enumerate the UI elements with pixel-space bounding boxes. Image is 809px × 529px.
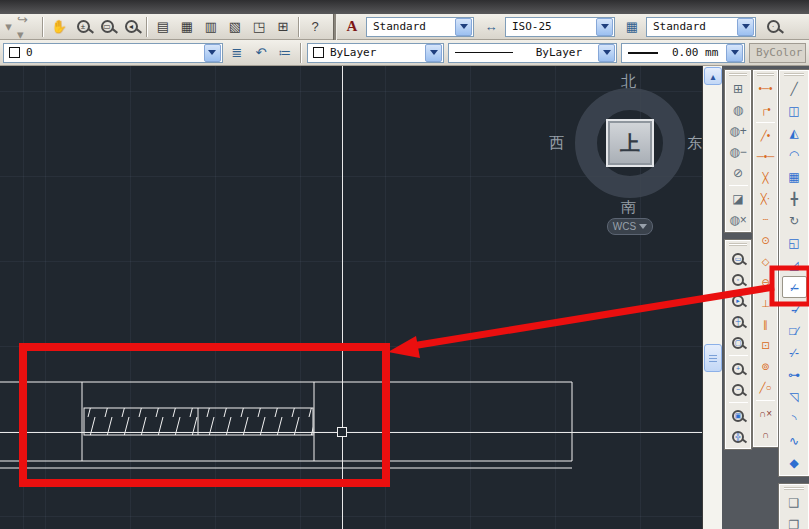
zoom-object-button[interactable]: ▢ (728, 332, 749, 353)
break-at-point-button[interactable]: □∕ (782, 320, 807, 342)
properties-palette-button[interactable]: ▤ (152, 16, 174, 38)
scale-button[interactable]: ◱ (782, 232, 807, 254)
zoom-center-button[interactable]: ┼ (728, 311, 749, 332)
isometric-view-button[interactable]: ◪ (728, 188, 749, 209)
break-button[interactable]: -∕- (782, 342, 807, 364)
chevron-down-icon[interactable] (425, 44, 442, 62)
zoom-all-button[interactable]: ▣ (728, 405, 749, 426)
chevron-down-icon[interactable] (204, 44, 221, 62)
help-button[interactable]: ? (304, 16, 326, 38)
snap-endpoint-button[interactable]: ╱• (755, 125, 776, 146)
delete-views-button[interactable]: ◍× (728, 209, 749, 230)
zoom-in-button[interactable]: + (728, 358, 749, 379)
tool-palettes-button[interactable]: ▥ (200, 16, 222, 38)
quickcalc-button[interactable]: ⊞ (272, 16, 294, 38)
snap-apparent-intersection-button[interactable]: ╳· (755, 188, 776, 209)
layer-previous-button[interactable]: ↶ (250, 42, 272, 64)
snap-insert-icon: ⊡ (761, 340, 769, 351)
bring-to-front-button[interactable]: ❑ (782, 492, 807, 514)
snap-center-button[interactable]: ⊙ (755, 230, 776, 251)
move-button[interactable]: ╋ (782, 188, 807, 210)
viewcube[interactable]: 北 南 西 东 上 (575, 88, 685, 198)
zoom-previous-button[interactable]: ◂ (120, 16, 142, 38)
scrollbar-thumb[interactable] (704, 344, 722, 372)
markup-set-manager-button[interactable]: ◳ (248, 16, 270, 38)
viewcube-west-label[interactable]: 西 (549, 134, 564, 153)
drawing-canvas[interactable]: 北 南 西 东 上 WCS (0, 66, 702, 529)
table-style-combo[interactable]: Standard (646, 17, 756, 37)
viewcube-east-label[interactable]: 东 (687, 134, 702, 153)
copy-button[interactable]: ◫ (782, 100, 807, 122)
designcenter-button[interactable]: ▦ (176, 16, 198, 38)
snap-tangent-button[interactable]: ⊖ (755, 272, 776, 293)
viewcube-south-label[interactable]: 南 (621, 198, 636, 217)
snap-midpoint-button[interactable]: ─•─ (755, 146, 776, 167)
offset-button[interactable]: ◠ (782, 144, 807, 166)
zoom-scale-button[interactable]: ▸ (728, 290, 749, 311)
disable-view-button[interactable]: ⊘ (728, 162, 749, 183)
lineweight-combo[interactable]: 0.00 mm (621, 43, 745, 63)
snap-from-button[interactable]: ┌• (755, 99, 776, 120)
zoom-window-toolbar-button[interactable]: ▭ (96, 16, 118, 38)
stretch-button[interactable]: ◿ (782, 254, 807, 276)
layer-states-button[interactable]: ≔ (274, 42, 296, 64)
snap-perpendicular-button[interactable]: ⊥ (755, 293, 776, 314)
zoom-window-button[interactable]: ▭ (728, 248, 749, 269)
zoom-extents-button[interactable]: ╬ (728, 426, 749, 447)
chamfer-button[interactable]: ◹ (782, 386, 807, 408)
snap-parallel-button[interactable]: ∥ (755, 314, 776, 335)
dim-style-button[interactable]: ↔ (480, 16, 502, 38)
snap-quadrant-button[interactable]: ◇ (755, 251, 776, 272)
snap-none-button[interactable]: ∩× (755, 403, 776, 424)
redo-button[interactable]: ↪ ▾ (16, 16, 38, 38)
extend-button[interactable]: --∕ (782, 298, 807, 320)
layer-properties-button[interactable]: ≣ (226, 42, 248, 64)
chevron-down-icon[interactable] (455, 18, 472, 36)
wcs-button[interactable]: WCS (607, 218, 653, 235)
send-to-back-button[interactable]: ❐ (782, 514, 807, 529)
dim-style-combo[interactable]: ISO-25 (505, 17, 615, 37)
sheet-set-manager-button[interactable]: ▧ (224, 16, 246, 38)
snap-insert-button[interactable]: ⊡ (755, 335, 776, 356)
join-button[interactable]: ⊶ (782, 364, 807, 386)
viewcube-top-face[interactable]: 上 (606, 119, 654, 167)
trim-button[interactable]: -∕-- (782, 276, 807, 298)
viewcube-north-label[interactable]: 北 (621, 72, 636, 91)
chevron-down-icon[interactable] (726, 44, 743, 62)
snap-intersection-button[interactable]: ╳ (755, 167, 776, 188)
named-views-button[interactable]: ◍ (728, 99, 749, 120)
fillet-button[interactable]: ◝ (782, 408, 807, 430)
snap-tracking-button[interactable]: •─• (755, 78, 776, 99)
scroll-up-button[interactable]: ▴ (704, 67, 722, 85)
mirror-button[interactable]: ◭ (782, 122, 807, 144)
vertical-scrollbar[interactable]: ▴ (702, 66, 722, 529)
erase-button[interactable]: ╱ (782, 78, 807, 100)
new-view-button[interactable]: ◍+ (728, 120, 749, 141)
chevron-down-icon[interactable] (598, 44, 615, 62)
zoom-dynamic-button[interactable]: ▫ (728, 269, 749, 290)
undo-options-button[interactable]: ▾ (3, 16, 14, 38)
snap-nearest-button[interactable]: ╱○ (755, 377, 776, 398)
style-tool-button[interactable]: · (762, 16, 784, 38)
remove-view-button[interactable]: ◍− (728, 141, 749, 162)
table-style-button[interactable]: ▦ (621, 16, 643, 38)
rotate-button[interactable]: ↻ (782, 210, 807, 232)
zoom-out-button[interactable]: − (728, 379, 749, 400)
snap-extension-button[interactable]: ┄ (755, 209, 776, 230)
snap-node-button[interactable]: ⊚ (755, 356, 776, 377)
pan-button[interactable]: ✋ (48, 16, 70, 38)
array-button[interactable]: ▦ (782, 166, 807, 188)
text-style-button[interactable]: A (341, 16, 363, 38)
explode-button[interactable]: ◆ (782, 452, 807, 474)
layer-combo[interactable]: 0 (3, 43, 223, 63)
linetype-combo[interactable]: ByLayer (448, 43, 617, 63)
chevron-down-icon[interactable] (737, 18, 754, 36)
text-style-combo[interactable]: Standard (366, 17, 474, 37)
blend-curves-button[interactable]: ∿ (782, 430, 807, 452)
zoom-realtime-button[interactable]: ± (72, 16, 94, 38)
viewports-button[interactable]: ⊞ (728, 78, 749, 99)
chevron-down-icon[interactable] (596, 18, 613, 36)
osnap-settings-button[interactable]: ∩ (755, 424, 776, 445)
color-combo[interactable]: ByLayer (307, 43, 444, 63)
sep2 (146, 17, 148, 37)
